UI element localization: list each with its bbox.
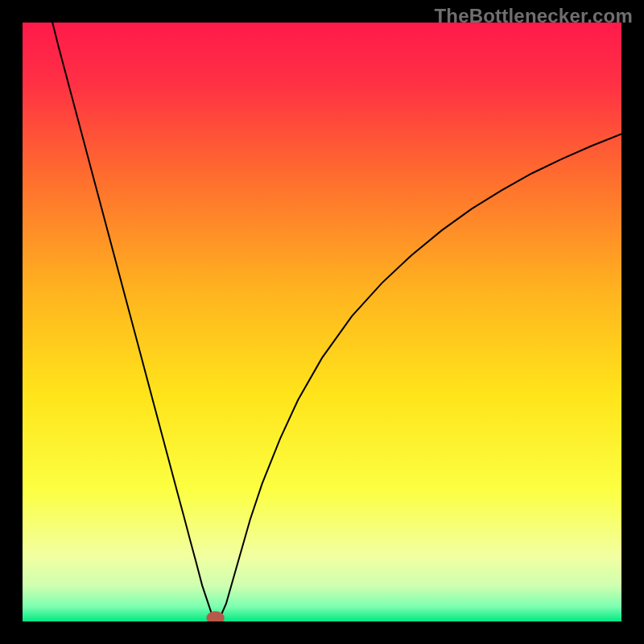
plot-area — [23, 23, 621, 621]
watermark-text: TheBottlenecker.com — [434, 5, 633, 27]
gradient-background — [23, 23, 621, 621]
chart-frame: TheBottlenecker.com — [0, 0, 644, 644]
chart-canvas — [23, 23, 621, 621]
